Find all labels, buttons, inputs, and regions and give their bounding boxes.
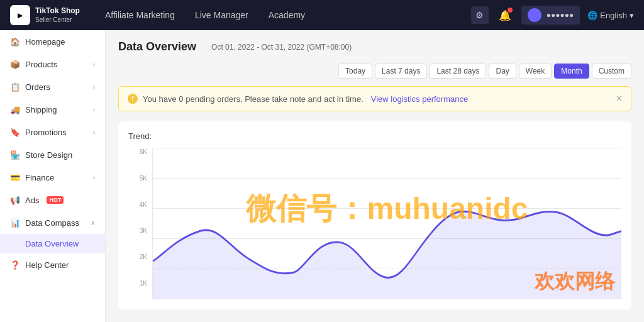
- data-compass-icon: 📊: [10, 218, 20, 228]
- y-label-4k: 4K: [128, 201, 147, 208]
- user-avatar: [528, 8, 541, 22]
- promotions-icon: 🔖: [10, 127, 20, 137]
- sidebar-item-homepage[interactable]: 🏠 Homepage: [0, 30, 105, 53]
- date-btn-custom[interactable]: Custom: [592, 64, 631, 79]
- orders-icon: 📋: [10, 82, 20, 92]
- language-selector[interactable]: 🌐 English ▾: [587, 11, 634, 20]
- finance-icon: 💳: [10, 172, 20, 182]
- chevron-promotions: ›: [93, 129, 95, 136]
- sidebar-label-products: Products: [25, 60, 57, 69]
- y-label-2k: 2K: [128, 253, 147, 260]
- sidebar-label-shipping: Shipping: [25, 105, 57, 114]
- page-header: Data Overview Oct 01, 2022 - Oct 31, 202…: [118, 40, 631, 79]
- date-btn-today[interactable]: Today: [338, 64, 372, 79]
- y-label-6k: 6K: [128, 148, 147, 155]
- hot-badge: HOT: [47, 196, 64, 204]
- chart-section: Trend: 6K 5K 4K 3K 2K 1K: [118, 121, 631, 309]
- notification-bell[interactable]: 🔔: [496, 6, 514, 24]
- sidebar-item-products[interactable]: 📦 Products ›: [0, 53, 105, 75]
- sidebar-item-orders[interactable]: 📋 Orders ›: [0, 75, 105, 98]
- alert-close-btn[interactable]: ×: [616, 93, 622, 104]
- user-menu[interactable]: ●●●●●●: [521, 6, 580, 25]
- page-title: Data Overview: [118, 40, 196, 53]
- y-label-3k: 3K: [128, 227, 147, 234]
- date-range: Oct 01, 2022 - Oct 31, 2022 (GMT+08:00): [211, 43, 352, 52]
- chevron-finance: ›: [93, 174, 95, 181]
- sidebar-label-store-design: Store Design: [25, 150, 72, 160]
- sidebar-item-finance[interactable]: 💳 Finance ›: [0, 166, 105, 189]
- chevron-data-compass: ∧: [91, 219, 95, 226]
- sidebar-label-homepage: Homepage: [25, 37, 65, 47]
- chart-fill: [153, 211, 621, 299]
- sidebar-label-orders: Orders: [25, 82, 50, 92]
- logo-area[interactable]: ▶ TikTok Shop Seller Center: [10, 5, 80, 25]
- nav-live-manager[interactable]: Live Manager: [195, 10, 248, 20]
- date-btn-day[interactable]: Day: [489, 64, 516, 79]
- chart-trend-label: Trend:: [128, 131, 621, 141]
- nav-right: ⚙ 🔔 ●●●●●● 🌐 English ▾: [471, 6, 634, 25]
- sidebar-item-store-design[interactable]: 🏪 Store Design: [0, 143, 105, 166]
- lang-label: English: [600, 11, 627, 20]
- notification-badge: [508, 8, 513, 13]
- date-btn-last28[interactable]: Last 28 days: [430, 64, 486, 79]
- store-design-icon: 🏪: [10, 150, 20, 160]
- alert-link[interactable]: View logistics performance: [371, 94, 468, 104]
- ads-icon: 📢: [10, 195, 20, 205]
- help-center-icon: ❓: [10, 260, 20, 270]
- home-icon: 🏠: [10, 36, 20, 47]
- date-buttons: Today Last 7 days Last 28 days Day Week …: [338, 64, 631, 79]
- sidebar: 🏠 Homepage 📦 Products › 📋 Orders › 🚚 Shi…: [0, 30, 106, 322]
- chevron-shipping: ›: [93, 106, 95, 113]
- products-icon: 📦: [10, 59, 20, 69]
- sidebar-label-ads: Ads: [25, 196, 39, 205]
- tiktok-logo-icon: ▶: [10, 5, 30, 25]
- chart-area: 微信号：muhuanidc 欢欢网络: [152, 148, 621, 299]
- sidebar-item-promotions[interactable]: 🔖 Promotions ›: [0, 121, 105, 143]
- chevron-orders: ›: [93, 84, 95, 91]
- y-label-5k: 5K: [128, 175, 147, 182]
- y-label-1k: 1K: [128, 280, 147, 287]
- date-btn-last7[interactable]: Last 7 days: [375, 64, 427, 79]
- sidebar-item-ads[interactable]: 📢 Ads HOT: [0, 189, 105, 211]
- nav-links: Affiliate Marketing Live Manager Academy: [105, 10, 471, 20]
- search-icon-btn[interactable]: ⚙: [471, 6, 489, 24]
- nav-affiliate-marketing[interactable]: Affiliate Marketing: [105, 10, 175, 20]
- main-content: Data Overview Oct 01, 2022 - Oct 31, 202…: [106, 30, 644, 322]
- shipping-icon: 🚚: [10, 104, 20, 114]
- sidebar-subitem-data-overview[interactable]: Data Overview: [0, 234, 105, 253]
- sidebar-item-help-center[interactable]: ❓ Help Center: [0, 253, 105, 276]
- y-axis: 6K 5K 4K 3K 2K 1K: [128, 148, 147, 299]
- user-name-label: ●●●●●●: [547, 11, 574, 19]
- top-nav: ▶ TikTok Shop Seller Center Affiliate Ma…: [0, 0, 644, 30]
- sidebar-label-finance: Finance: [25, 173, 54, 182]
- sidebar-label-data-compass: Data Compass: [25, 218, 79, 228]
- sidebar-item-data-compass[interactable]: 📊 Data Compass ∧: [0, 211, 105, 234]
- body-area: 🏠 Homepage 📦 Products › 📋 Orders › 🚚 Shi…: [0, 30, 644, 322]
- sidebar-label-promotions: Promotions: [25, 128, 67, 137]
- alert-bar: ! You have 0 pending orders, Please take…: [118, 86, 631, 111]
- date-btn-week[interactable]: Week: [519, 64, 552, 79]
- date-btn-month[interactable]: Month: [554, 64, 589, 79]
- chevron-products: ›: [93, 61, 95, 68]
- alert-icon: !: [128, 94, 138, 104]
- logo-text: TikTok Shop Seller Center: [35, 6, 80, 25]
- chart-svg: [153, 148, 621, 299]
- globe-icon: 🌐: [587, 11, 597, 20]
- chart-wrapper: 6K 5K 4K 3K 2K 1K: [128, 148, 621, 299]
- sidebar-label-help-center: Help Center: [25, 260, 69, 270]
- sidebar-item-shipping[interactable]: 🚚 Shipping ›: [0, 98, 105, 121]
- nav-academy[interactable]: Academy: [269, 10, 305, 20]
- alert-text: You have 0 pending orders, Please take n…: [143, 94, 364, 104]
- chevron-down-icon: ▾: [630, 11, 634, 20]
